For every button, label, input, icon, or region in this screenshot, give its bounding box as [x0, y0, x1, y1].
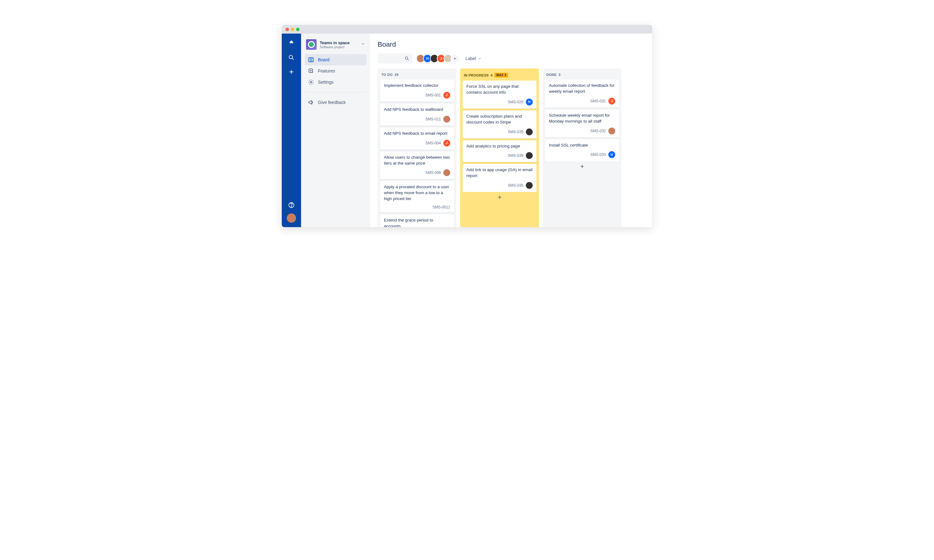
svg-point-12 — [310, 82, 312, 83]
card-list: Force SSL on any page that contains acco… — [462, 81, 536, 192]
search-icon[interactable] — [287, 54, 296, 62]
issue-card[interactable]: Add NPS feedback to wallboardSMS-011 — [380, 104, 454, 126]
card-footer: SMS-035 — [466, 128, 533, 135]
issue-card[interactable]: Add link to app usage (GA) in email repo… — [462, 164, 536, 192]
issue-key: SMS-001 — [425, 93, 441, 97]
card-footer: SMS-033H — [549, 151, 615, 158]
nav-feedback-label: Give feedback — [318, 100, 346, 105]
issue-card[interactable]: Schedule weekly email report for Monday … — [545, 109, 619, 137]
column-header: DONE3 — [545, 71, 619, 80]
column-todo: TO DO29Implement feedback collectorSMS-0… — [378, 68, 456, 227]
issue-card[interactable]: Allow users to change between two tiers … — [380, 152, 454, 180]
assignee-avatar[interactable] — [526, 152, 533, 159]
project-sidebar: Teams in space Software project Board Fe… — [301, 34, 370, 227]
assignee-avatar[interactable] — [443, 116, 450, 123]
svg-line-1 — [292, 58, 294, 60]
card-title: Add analytics to pricing page — [466, 143, 533, 149]
project-header[interactable]: Teams in space Software project — [305, 39, 367, 54]
column-count: 29 — [395, 73, 399, 77]
nav-board[interactable]: Board — [305, 54, 367, 65]
project-type: Software project — [320, 45, 358, 49]
card-footer: SMS-029H — [466, 98, 533, 105]
card-title: Create subscription plans and discount c… — [466, 114, 533, 125]
nav-settings[interactable]: Settings — [305, 77, 367, 88]
issue-key: SMS-035 — [508, 183, 523, 188]
maximize-window-icon[interactable] — [296, 28, 299, 31]
card-footer: SMS-032 — [549, 128, 615, 134]
issue-key: SMS-004 — [425, 141, 441, 145]
issue-card[interactable]: Create subscription plans and discount c… — [462, 111, 536, 138]
card-footer: SMS-001J — [384, 92, 450, 98]
label-filter-text: Label — [465, 56, 476, 61]
board-icon — [308, 57, 314, 63]
card-title: Add NPS feedback to email report — [384, 131, 450, 137]
issue-card[interactable]: Force SSL on any page that contains acco… — [462, 81, 536, 109]
nav-features[interactable]: Features — [305, 65, 367, 77]
issue-card[interactable]: Implement feedback collectorSMS-001J — [380, 80, 454, 102]
issue-key: SMS-033 — [590, 152, 606, 157]
issue-card[interactable]: Add analytics to pricing pageSMS-039 — [462, 140, 536, 162]
features-icon — [308, 68, 314, 74]
help-icon[interactable] — [287, 201, 296, 209]
nav-settings-label: Settings — [318, 80, 334, 85]
nav-features-label: Features — [318, 68, 335, 74]
card-footer: SMS-035 — [466, 182, 533, 189]
assignee-avatar[interactable]: J — [608, 98, 615, 105]
assignee-avatar[interactable]: H — [608, 151, 615, 158]
project-name: Teams in space — [320, 40, 358, 45]
chevron-down-icon — [478, 57, 482, 60]
current-user-avatar[interactable] — [287, 214, 296, 223]
card-title: Force SSL on any page that contains acco… — [466, 84, 533, 95]
chevron-down-icon[interactable] — [361, 42, 365, 47]
column-inprogress: IN PROGRESS4MAX 3Force SSL on any page t… — [460, 68, 539, 227]
gear-icon — [308, 79, 314, 85]
titlebar — [282, 25, 652, 34]
search-input[interactable] — [378, 54, 413, 63]
jira-logo-icon[interactable] — [287, 39, 296, 47]
add-card-button[interactable] — [545, 161, 619, 170]
create-icon[interactable] — [287, 68, 296, 76]
board-columns: TO DO29Implement feedback collectorSMS-0… — [378, 68, 645, 227]
minimize-window-icon[interactable] — [291, 28, 294, 31]
assignee-avatar[interactable]: J — [443, 92, 450, 98]
search-icon — [404, 56, 409, 61]
assignee-avatar[interactable] — [443, 169, 450, 176]
column-name: DONE — [546, 73, 557, 77]
card-title: Add NPS feedback to wallboard — [384, 107, 450, 112]
assignee-avatar[interactable] — [526, 182, 533, 189]
card-title: Automate collection of feedback for week… — [549, 83, 615, 95]
svg-point-0 — [289, 55, 293, 59]
project-icon — [306, 39, 317, 50]
svg-line-14 — [407, 59, 408, 60]
column-header: IN PROGRESS4MAX 3 — [462, 71, 536, 81]
page-title: Board — [378, 40, 645, 49]
issue-key: SMS-039 — [508, 153, 523, 158]
nav-board-label: Board — [318, 57, 329, 62]
issue-card[interactable]: Automate collection of feedback for week… — [545, 80, 619, 108]
svg-rect-6 — [309, 58, 313, 62]
close-window-icon[interactable] — [285, 28, 289, 31]
assignee-avatar[interactable]: J — [443, 140, 450, 146]
column-name: TO DO — [381, 73, 393, 77]
assignee-avatar[interactable] — [526, 128, 533, 135]
nav-feedback[interactable]: Give feedback — [305, 97, 367, 108]
issue-card[interactable]: Add NPS feedback to email reportSMS-004J — [380, 128, 454, 150]
label-filter[interactable]: Label — [465, 56, 482, 61]
card-title: Install SSL certificate — [549, 143, 615, 148]
card-title: Schedule weekly email report for Monday … — [549, 112, 615, 125]
assignee-avatar[interactable]: H — [526, 98, 533, 105]
card-title: Allow users to change between two tiers … — [384, 155, 450, 166]
issue-card[interactable]: Extend the grace period to accounts — [380, 214, 454, 227]
card-title: Apply a prorated discount to a user when… — [384, 184, 450, 202]
assignee-filter: HJ+ — [416, 54, 459, 63]
card-title: Add link to app usage (GA) in email repo… — [466, 167, 533, 179]
issue-card[interactable]: Install SSL certificateSMS-033H — [545, 139, 619, 162]
add-people-button[interactable]: + — [450, 54, 459, 63]
card-footer: SMS-0012 — [384, 205, 450, 209]
card-title: Implement feedback collector — [384, 83, 450, 89]
assignee-avatar[interactable] — [608, 128, 615, 134]
main-content: Board HJ+ Label TO DO29Implement feedbac… — [370, 34, 652, 227]
add-card-button[interactable] — [462, 192, 536, 201]
issue-card[interactable]: Apply a prorated discount to a user when… — [380, 181, 454, 212]
issue-key: SMS-031 — [590, 99, 606, 103]
